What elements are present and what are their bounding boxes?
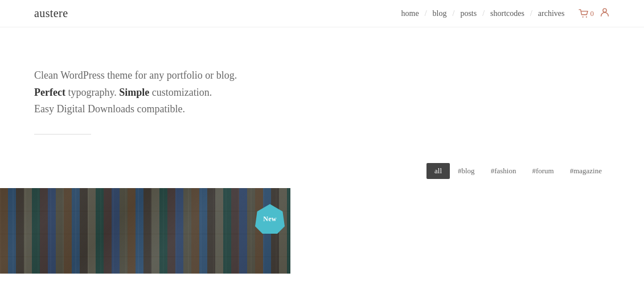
portfolio-image-library <box>0 188 290 274</box>
nav-sep-2: / <box>452 9 454 18</box>
filter-btn-fashion[interactable]: #fashion <box>483 163 524 179</box>
filter-btn-magazine[interactable]: #magazine <box>562 163 610 179</box>
svg-point-2 <box>603 9 606 12</box>
main-nav: home / blog / posts / shortcodes / archi… <box>399 7 610 20</box>
site-logo[interactable]: austere <box>34 7 68 20</box>
user-icon <box>600 7 610 17</box>
nav-sep-1: / <box>425 9 427 18</box>
nav-item-archives[interactable]: archives <box>536 9 567 18</box>
hero-text: Clean WordPress theme for any portfolio … <box>34 67 610 118</box>
nav-sep-3: / <box>482 9 485 18</box>
hero-line3: Easy Digital Downloads compatible. <box>34 103 185 115</box>
cart-button[interactable]: 0 <box>579 9 594 18</box>
site-header: austere home / blog / posts / shortcodes… <box>0 0 644 27</box>
nav-item-home[interactable]: home <box>399 9 421 18</box>
user-icon-button[interactable] <box>600 7 610 20</box>
nav-sep-4: / <box>530 9 532 18</box>
nav-item-blog[interactable]: blog <box>430 9 449 18</box>
cart-count: 0 <box>590 9 594 18</box>
svg-point-1 <box>585 16 586 17</box>
nav-item-shortcodes[interactable]: shortcodes <box>488 9 527 18</box>
nav-item-posts[interactable]: posts <box>458 9 479 18</box>
hero-bold1: Perfect <box>34 87 65 98</box>
portfolio-grid: New <box>0 188 644 274</box>
filter-bar: all #blog #fashion #forum #magazine <box>0 152 644 188</box>
hero-divider <box>34 134 91 135</box>
svg-point-0 <box>582 16 583 17</box>
hero-section: Clean WordPress theme for any portfolio … <box>0 27 644 152</box>
hero-mid: typography. <box>65 87 119 98</box>
cart-icon <box>579 9 589 18</box>
portfolio-item-1[interactable]: New <box>0 188 290 274</box>
hero-bold2: Simple <box>119 87 149 98</box>
nav-icons: 0 <box>579 7 610 20</box>
filter-btn-all[interactable]: all <box>426 163 450 179</box>
filter-btn-forum[interactable]: #forum <box>524 163 561 179</box>
hero-post: customization. <box>149 87 212 98</box>
hero-line1: Clean WordPress theme for any portfolio … <box>34 70 237 81</box>
filter-btn-blog[interactable]: #blog <box>450 163 483 179</box>
